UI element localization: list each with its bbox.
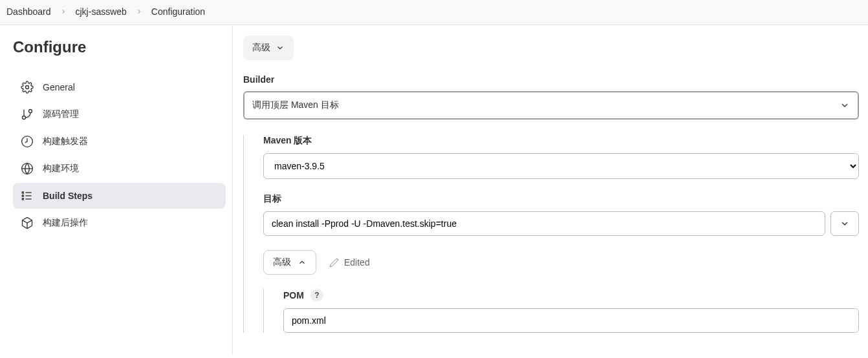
maven-version-select[interactable]: maven-3.9.5 (263, 153, 859, 179)
package-icon (21, 216, 34, 229)
chevron-down-icon (840, 100, 850, 111)
edited-label: Edited (344, 257, 370, 268)
breadcrumb-item-project[interactable]: cjkj-sassweb (76, 6, 127, 17)
maven-advanced-block: POM ? (263, 289, 859, 333)
sidebar-item-label: 构建后操作 (43, 217, 88, 229)
svg-point-7 (22, 192, 24, 194)
advanced-label: 高级 (273, 257, 291, 268)
globe-icon (21, 162, 34, 175)
builder-label: Builder (243, 74, 859, 85)
maven-advanced-toggle[interactable]: 高级 (263, 250, 316, 275)
goals-expand-button[interactable] (830, 211, 859, 236)
help-icon[interactable]: ? (310, 289, 323, 302)
page-title: Configure (13, 38, 226, 56)
sidebar-item-post-build[interactable]: 构建后操作 (13, 210, 226, 236)
steps-icon (21, 189, 34, 202)
svg-point-3 (23, 116, 26, 120)
sidebar-item-label: 构建环境 (43, 163, 79, 174)
breadcrumb-item-configuration[interactable]: Configuration (151, 6, 205, 17)
pencil-icon (329, 258, 339, 268)
sidebar-item-environment[interactable]: 构建环境 (13, 156, 226, 182)
advanced-toggle-top[interactable]: 高级 (243, 36, 294, 60)
maven-block: Maven 版本 maven-3.9.5 目标 高级 (243, 135, 859, 333)
advanced-label: 高级 (252, 42, 270, 54)
svg-point-9 (22, 195, 24, 197)
breadcrumb-item-dashboard[interactable]: Dashboard (6, 6, 51, 17)
sidebar-item-scm[interactable]: 源码管理 (13, 101, 226, 127)
chevron-right-icon (60, 6, 67, 17)
content: 高级 Builder 调用顶层 Maven 目标 Maven 版本 maven-… (233, 25, 868, 355)
svg-point-0 (26, 86, 29, 89)
sidebar-item-label: General (43, 82, 75, 92)
sidebar-item-label: Build Steps (43, 191, 92, 201)
chevron-up-icon (298, 258, 307, 267)
sidebar-item-build-steps[interactable]: Build Steps (13, 183, 226, 209)
chevron-right-icon (136, 6, 142, 17)
builder-select-value: 调用顶层 Maven 目标 (252, 100, 339, 111)
maven-version-label: Maven 版本 (263, 135, 859, 147)
gear-icon (21, 81, 34, 94)
svg-point-2 (29, 110, 32, 113)
edited-indicator[interactable]: Edited (329, 257, 370, 268)
goals-input[interactable] (263, 211, 825, 236)
pom-input[interactable] (283, 308, 859, 333)
clock-icon (21, 135, 34, 148)
goals-label: 目标 (263, 193, 859, 205)
sidebar-item-general[interactable]: General (13, 74, 226, 100)
svg-point-11 (22, 198, 24, 200)
pom-label: POM (283, 290, 304, 300)
sidebar: Configure General 源码管理 构建触发器 构建环境 Build … (0, 25, 233, 355)
sidebar-item-label: 源码管理 (43, 109, 79, 120)
chevron-down-icon (840, 218, 850, 229)
breadcrumb: Dashboard cjkj-sassweb Configuration (0, 0, 868, 25)
sidebar-item-triggers[interactable]: 构建触发器 (13, 129, 226, 154)
builder-select[interactable]: 调用顶层 Maven 目标 (243, 91, 859, 120)
sidebar-item-label: 构建触发器 (43, 136, 88, 147)
chevron-down-icon (276, 43, 285, 52)
git-branch-icon (21, 108, 34, 121)
